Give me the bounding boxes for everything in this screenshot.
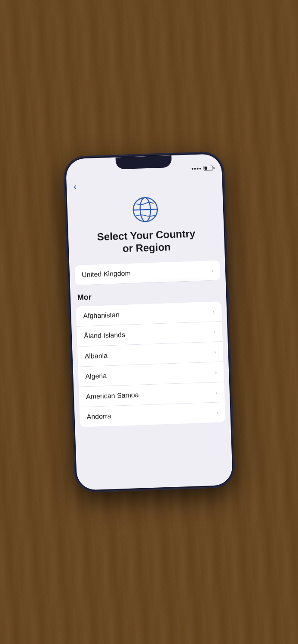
- phone-device: ‹ Select Your Country or Region: [64, 152, 234, 492]
- chevron-icon: ›: [214, 348, 216, 355]
- phone-screen: ‹ Select Your Country or Region: [65, 154, 233, 490]
- country-name: Andorra: [86, 412, 111, 421]
- countries-list: Afghanistan › Åland Islands › Albania › …: [76, 301, 225, 427]
- chevron-icon: ›: [215, 389, 217, 395]
- list-section: United Kingdom › Setting Language... Mor…: [69, 260, 233, 490]
- globe-icon: [131, 195, 159, 224]
- chevron-icon: ›: [212, 308, 215, 315]
- status-icons: [191, 166, 213, 171]
- country-name: American Samoa: [86, 391, 138, 401]
- country-name: Åland Islands: [83, 331, 125, 340]
- chevron-icon: ›: [215, 368, 217, 375]
- chevron-icon: ›: [213, 328, 215, 335]
- suggested-country-name: United Kingdom: [81, 269, 130, 279]
- country-name: Albania: [84, 352, 108, 360]
- battery-icon: [203, 166, 213, 171]
- page-title: Select Your Country or Region: [97, 228, 196, 256]
- page-header: Select Your Country or Region: [66, 173, 225, 265]
- more-countries-header: Mor: [77, 288, 221, 302]
- svg-line-2: [133, 209, 157, 210]
- country-name: Algeria: [85, 372, 107, 380]
- back-button[interactable]: ‹: [73, 181, 77, 192]
- chevron-icon: ›: [216, 409, 218, 416]
- phone-notch: [115, 155, 172, 170]
- chevron-icon: ›: [211, 267, 213, 273]
- signal-icon: [191, 167, 201, 170]
- app-content: ‹ Select Your Country or Region: [66, 173, 233, 490]
- country-name: Afghanistan: [83, 311, 120, 320]
- tooltip-popup: Setting Language...: [133, 283, 206, 286]
